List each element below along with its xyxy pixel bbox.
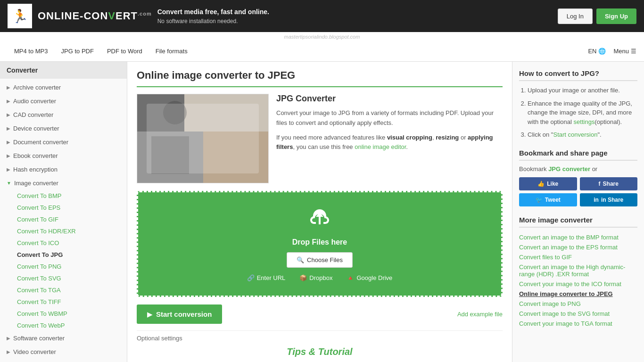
upload-icon [148, 206, 492, 233]
login-button[interactable]: Log In [558, 8, 593, 24]
more-converters-section: More image converter Convert an image to… [519, 216, 637, 329]
header-tagline: Convert media free, fast and online. No … [157, 7, 269, 25]
arrow-icon: ▶ [7, 336, 10, 341]
sidebar-item-device[interactable]: ▶ Device converter [0, 122, 127, 135]
sidebar-sub-gif[interactable]: Convert To GIF [13, 214, 127, 225]
image-editor-link[interactable]: online image editor [355, 143, 406, 150]
more-link-png[interactable]: Convert image to PNG [519, 299, 637, 309]
converter-title: JPG Converter [276, 94, 503, 104]
converter-note: If you need more advanced features like … [276, 133, 503, 153]
sidebar-item-audio[interactable]: ▶ Audio converter [0, 94, 127, 108]
nav-mp4-mp3[interactable]: MP4 to MP3 [8, 41, 55, 61]
layout: Converter ▶ Archive converter ▶ Audio co… [0, 62, 644, 362]
upload-box[interactable]: Drop Files here 🔍 Choose Files 🔗 Enter U… [137, 191, 503, 297]
sidebar-sub-bmp[interactable]: Convert To BMP [13, 190, 127, 202]
svg-rect-1 [137, 94, 184, 132]
how-to-list: Upload your image or another file. Enhan… [519, 86, 637, 140]
upload-cloud-icon [308, 206, 331, 229]
sidebar-sub-wbmp[interactable]: Convert To WBMP [13, 308, 127, 320]
right-panel: How to convert to JPG? Upload your image… [512, 62, 644, 362]
settings-link[interactable]: settings [574, 118, 595, 125]
signup-button[interactable]: Sign Up [596, 8, 636, 24]
arrow-icon: ▶ [7, 99, 10, 104]
sidebar-title: Converter [0, 62, 127, 79]
twitter-icon: 🐦 [536, 197, 543, 203]
googledrive-link[interactable]: 🔺 Google Drive [347, 274, 392, 281]
more-link-tga[interactable]: Convert your image to TGA format [519, 319, 637, 329]
sidebar-section: ▶ Archive converter ▶ Audio converter ▶ … [0, 79, 127, 361]
drive-icon: 🔺 [347, 274, 354, 281]
sidebar-item-software[interactable]: ▶ Software converter [0, 331, 127, 345]
social-row-1: 👍 Like f Share [519, 177, 637, 190]
start-conversion-button[interactable]: ▶ Start conversion [137, 304, 222, 324]
hamburger-icon: ☰ [631, 48, 636, 55]
choose-files-button[interactable]: 🔍 Choose Files [287, 252, 353, 268]
nav-language[interactable]: EN 🌐 [588, 48, 606, 55]
more-link-eps[interactable]: Convert an image to the EPS format [519, 242, 637, 252]
enter-url-link[interactable]: 🔗 Enter URL [247, 274, 286, 281]
sidebar-sub-svg[interactable]: Convert To SVG [13, 272, 127, 284]
link-icon: 🔗 [247, 274, 255, 281]
arrow-icon: ▶ [7, 112, 10, 117]
sidebar-item-video[interactable]: ▶ Video converter [0, 345, 127, 359]
sidebar-sub-image: Convert To BMP Convert To EPS Convert To… [0, 190, 127, 331]
preview-svg [137, 94, 268, 183]
sidebar-sub-ico[interactable]: Convert To ICO [13, 237, 127, 249]
svg-rect-0 [137, 94, 268, 183]
upload-drop-text: Drop Files here [148, 238, 492, 247]
svg-point-5 [163, 101, 187, 124]
globe-icon: 🌐 [598, 48, 606, 55]
start-conversion-link[interactable]: Start conversion [553, 131, 597, 138]
more-link-hdr[interactable]: Convert an image to the High dynamic-ran… [519, 262, 637, 279]
jpg-converter-bookmark-link[interactable]: JPG converter [548, 165, 590, 173]
logo-icon: 🏃 [12, 8, 28, 24]
dropbox-icon: 📦 [299, 274, 307, 281]
more-link-svg[interactable]: Convert image to the SVG format [519, 309, 637, 319]
sidebar-item-image[interactable]: ▼ Image converter [0, 176, 127, 190]
more-link-gif[interactable]: Convert files to GIF [519, 252, 637, 262]
chevron-right-icon: ▶ [147, 311, 152, 318]
arrow-icon: ▶ [7, 153, 10, 158]
nav-right: EN 🌐 Menu ☰ [588, 48, 636, 55]
content-row: JPG Converter Convert your image to JPG … [137, 94, 503, 183]
facebook-share-button[interactable]: f Share [580, 177, 638, 190]
sidebar-item-cad[interactable]: ▶ CAD converter [0, 108, 127, 122]
logo-text: ONLINE-CONVERT.com [38, 10, 152, 22]
more-link-jpeg[interactable]: Online image converter to JPEG [519, 289, 637, 299]
sidebar-item-hash[interactable]: ▶ Hash encryption [0, 163, 127, 176]
nav-pdf-word[interactable]: PDF to Word [100, 41, 149, 61]
preview-image [137, 94, 269, 183]
more-link-bmp[interactable]: Convert an image to the BMP format [519, 232, 637, 242]
sidebar-sub-tga[interactable]: Convert To TGA [13, 284, 127, 296]
logo-area: 🏃 ONLINE-CONVERT.com Convert media free,… [8, 4, 269, 28]
nav-menu[interactable]: Menu ☰ [613, 48, 636, 55]
sidebar-sub-eps[interactable]: Convert To EPS [13, 202, 127, 214]
tweet-button[interactable]: 🐦 Tweet [519, 193, 577, 206]
sidebar-sub-webp[interactable]: Convert To WebP [13, 320, 127, 331]
sidebar-sub-tiff[interactable]: Convert To TIFF [13, 296, 127, 308]
search-icon: 🔍 [297, 256, 304, 263]
sidebar-sub-hdr[interactable]: Convert To HDR/EXR [13, 225, 127, 237]
watermark-bar: mastertipsorialindo.blogspot.com [0, 32, 644, 41]
optional-settings: Optional settings [137, 330, 503, 342]
like-button[interactable]: 👍 Like [519, 177, 577, 190]
tips-title: Tips & Tutorial [141, 346, 498, 357]
tips-section: Tips & Tutorial [137, 342, 503, 362]
linkedin-share-button[interactable]: in in Share [580, 193, 638, 206]
more-link-ico[interactable]: Convert your image to the ICO format [519, 279, 637, 289]
add-example-link[interactable]: Add example file [457, 311, 503, 318]
sidebar-item-archive[interactable]: ▶ Archive converter [0, 81, 127, 94]
arrow-icon: ▶ [7, 140, 10, 145]
preview-placeholder [137, 94, 268, 183]
more-converters-title: More image converter [519, 216, 637, 228]
how-to-title: How to convert to JPG? [519, 69, 637, 81]
sidebar-sub-jpg[interactable]: Convert To JPG [13, 249, 127, 261]
sidebar-item-ebook[interactable]: ▶ Ebook converter [0, 149, 127, 163]
sidebar-item-document[interactable]: ▶ Document converter [0, 135, 127, 149]
sidebar-sub-png[interactable]: Convert To PNG [13, 261, 127, 272]
arrow-icon: ▶ [7, 349, 10, 354]
nav-jpg-pdf[interactable]: JPG to PDF [55, 41, 100, 61]
dropbox-link[interactable]: 📦 Dropbox [299, 274, 332, 281]
nav-file-formats[interactable]: File formats [149, 41, 194, 61]
converter-info: JPG Converter Convert your image to JPG … [276, 94, 503, 183]
